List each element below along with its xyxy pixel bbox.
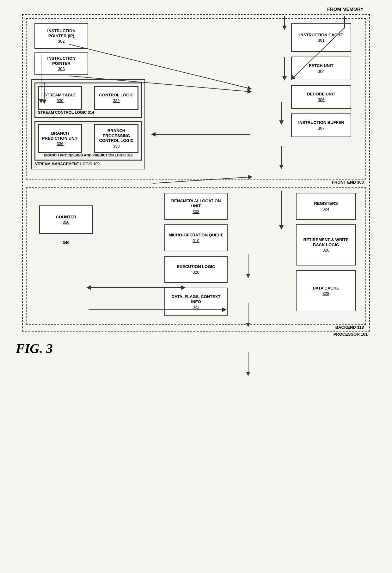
backend-box: BACKEND 318 COUNTER 350 340 RENAMER/ ALL… xyxy=(26,187,366,325)
micro-op-queue-block: MICRO-OPERATION QUEUE 310 xyxy=(164,224,228,251)
renamer-alloc-title: RENAMER/ ALLOCATION UNIT xyxy=(168,198,224,208)
branch-prediction-num: 336 xyxy=(57,141,64,146)
fetch-unit-num: 304 xyxy=(318,69,325,74)
registers-title: REGISTERS xyxy=(314,201,338,206)
stream-mgmt-box: STREAM TABLE 330 CONTROL LOGIC 332 STREA… xyxy=(31,79,145,169)
micro-op-queue-num: 310 xyxy=(193,238,199,243)
diagram-container: FROM MEMORY FRONT END 300 INSTRUCTION PO… xyxy=(9,6,383,356)
execution-logic-title: EXECUTION LOGIC xyxy=(177,264,215,269)
stream-ctrl-box: STREAM TABLE 330 CONTROL LOGIC 332 STREA… xyxy=(34,82,142,118)
branch-processing-block: BRANCH PROCESSING CONTROL LOGIC 338 xyxy=(94,124,138,153)
processor-label: PROCESSOR 101 xyxy=(334,332,368,337)
instruction-buffer-num: 307 xyxy=(318,126,325,131)
instruction-pointer-ip-num: 302 xyxy=(58,39,65,44)
stream-table-title: STREAM TABLE xyxy=(44,93,76,98)
control-logic-num: 332 xyxy=(113,98,120,103)
execution-logic-block: EXECUTION LOGIC 320 xyxy=(164,256,228,283)
frontend-box: FRONT END 300 INSTRUCTION POINTER (IP) 3… xyxy=(26,18,366,180)
branch-prediction-title: BRANCH PREDICTION UNIT xyxy=(41,131,79,141)
execution-logic-num: 320 xyxy=(193,270,199,275)
decode-unit-block: DECODE UNIT 306 xyxy=(291,85,351,109)
counter-title: COUNTER xyxy=(56,215,76,220)
frontend-label: FRONT END 300 xyxy=(332,180,364,185)
main-layout: INSTRUCTION POINTER (IP) 302 INSTRUCTION… xyxy=(31,23,361,173)
data-cache-num: 328 xyxy=(322,291,329,296)
stream-ctrl-label: STREAM CONTROL LOGIC 314 xyxy=(38,110,138,115)
retirement-wb-num: 326 xyxy=(322,248,329,253)
decode-unit-num: 306 xyxy=(318,97,325,102)
instruction-cache-num: 301 xyxy=(318,38,325,43)
registers-block: REGISTERS 324 xyxy=(296,193,356,220)
data-cache-block: DATA CACHE 328 xyxy=(296,270,356,311)
right-column: INSTRUCTION CACHE 301 FETCH UNIT 304 xyxy=(155,23,361,173)
instruction-pointer-num: 303 xyxy=(58,66,65,71)
counter-block: COUNTER 350 xyxy=(39,205,93,234)
counter-num: 350 xyxy=(63,220,70,225)
registers-num: 324 xyxy=(322,207,329,211)
processor-box: FRONT END 300 INSTRUCTION POINTER (IP) 3… xyxy=(22,14,370,332)
instruction-buffer-block: INSTRUCTION BUFFER 307 xyxy=(291,113,351,137)
branch-proc-box: BRANCH PREDICTION UNIT 336 BRANCH PROCES… xyxy=(34,121,142,161)
decode-unit-title: DECODE UNIT xyxy=(307,92,335,97)
renamer-alloc-num: 308 xyxy=(193,209,199,214)
data-flags-block: DATA, FLAGS, CONTEXT INFO 322 xyxy=(164,288,228,316)
retirement-wb-title: RETIREMENT & WRITE BACK LOGIC xyxy=(299,237,353,247)
instruction-pointer-title: INSTRUCTION POINTER xyxy=(38,56,85,66)
micro-op-queue-title: MICRO-OPERATION QUEUE xyxy=(168,233,224,238)
instruction-pointer-ip-block: INSTRUCTION POINTER (IP) 302 xyxy=(34,23,88,49)
left-column: INSTRUCTION POINTER (IP) 302 INSTRUCTION… xyxy=(31,23,155,173)
data-cache-title: DATA CACHE xyxy=(313,286,339,291)
instruction-cache-block: INSTRUCTION CACHE 301 xyxy=(291,23,351,52)
from-memory-label: FROM MEMORY xyxy=(9,6,383,12)
stream-mgmt-label: STREAM MANAGEMENT LOGIC 109 xyxy=(34,162,142,166)
stream-table-block: STREAM TABLE 330 xyxy=(38,86,82,110)
data-flags-title: DATA, FLAGS, CONTEXT INFO xyxy=(168,294,224,304)
instruction-pointer-block: INSTRUCTION POINTER 303 xyxy=(34,52,88,75)
branch-prediction-block: BRANCH PREDICTION UNIT 336 xyxy=(38,124,82,153)
control-logic-block: CONTROL LOGIC 332 xyxy=(94,86,138,110)
backend-label: BACKEND 318 xyxy=(335,325,364,330)
instruction-pointer-ip-title: INSTRUCTION POINTER (IP) xyxy=(38,28,85,38)
retirement-wb-block: RETIREMENT & WRITE BACK LOGIC 326 xyxy=(296,224,356,265)
fetch-unit-block: FETCH UNIT 304 xyxy=(291,57,351,80)
instruction-buffer-title: INSTRUCTION BUFFER xyxy=(298,120,344,125)
renamer-alloc-block: RENAMER/ ALLOCATION UNIT 308 xyxy=(164,193,228,220)
branch-processing-num: 338 xyxy=(113,144,120,149)
control-logic-title: CONTROL LOGIC xyxy=(99,93,134,98)
branch-proc-label: BRANCH PROCESSING AND PREDICTION LOGIC 3… xyxy=(38,153,138,157)
fetch-unit-title: FETCH UNIT xyxy=(309,63,333,68)
branch-processing-title: BRANCH PROCESSING CONTROL LOGIC xyxy=(98,128,135,143)
instruction-cache-title: INSTRUCTION CACHE xyxy=(299,33,343,38)
data-flags-num: 322 xyxy=(193,305,199,309)
wire-label: 340 xyxy=(63,240,70,245)
fig-label: FIG. 3 xyxy=(16,341,383,356)
stream-table-num: 330 xyxy=(57,98,64,103)
